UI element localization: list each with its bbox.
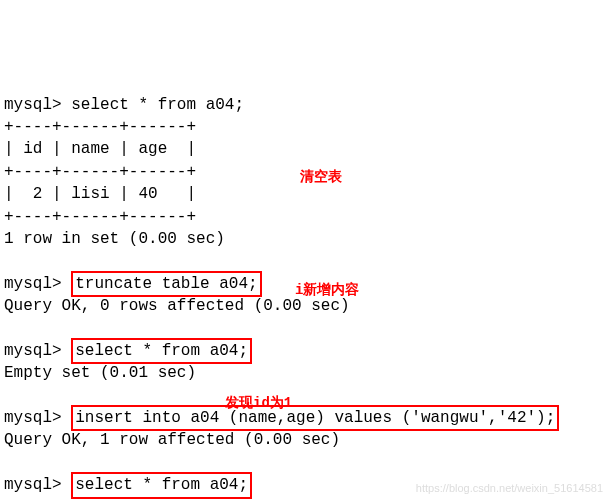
mysql-prompt: mysql> — [4, 476, 62, 494]
mysql-prompt: mysql> — [4, 342, 62, 360]
table-row: | 2 | lisi | 40 | — [4, 185, 196, 203]
result-ok: Query OK, 1 row affected (0.00 sec) — [4, 431, 340, 449]
mysql-prompt: mysql> — [4, 96, 62, 114]
annotation-id-found: 发现id为1 — [225, 394, 292, 414]
sql-query-2-boxed: truncate table a04; — [71, 271, 261, 297]
sql-query-3-boxed: select * from a04; — [71, 338, 252, 364]
sql-query-5-boxed: select * from a04; — [71, 472, 252, 498]
mysql-prompt: mysql> — [4, 275, 62, 293]
sql-query-4-boxed: insert into a04 (name,age) values ('wang… — [71, 405, 559, 431]
table-header: | id | name | age | — [4, 140, 196, 158]
table-border: +----+------+------+ — [4, 163, 196, 181]
result-empty: Empty set (0.01 sec) — [4, 364, 196, 382]
table-border: +----+------+------+ — [4, 208, 196, 226]
sql-query-1: select * from a04; — [71, 96, 244, 114]
result-summary: 1 row in set (0.00 sec) — [4, 230, 225, 248]
table-border: +----+------+------+ — [4, 118, 196, 136]
csdn-watermark: https://blog.csdn.net/weixin_51614581 — [416, 481, 603, 496]
mysql-prompt: mysql> — [4, 409, 62, 427]
annotation-clear-table: 清空表 — [300, 168, 342, 188]
annotation-insert: i新增内容 — [295, 281, 359, 301]
